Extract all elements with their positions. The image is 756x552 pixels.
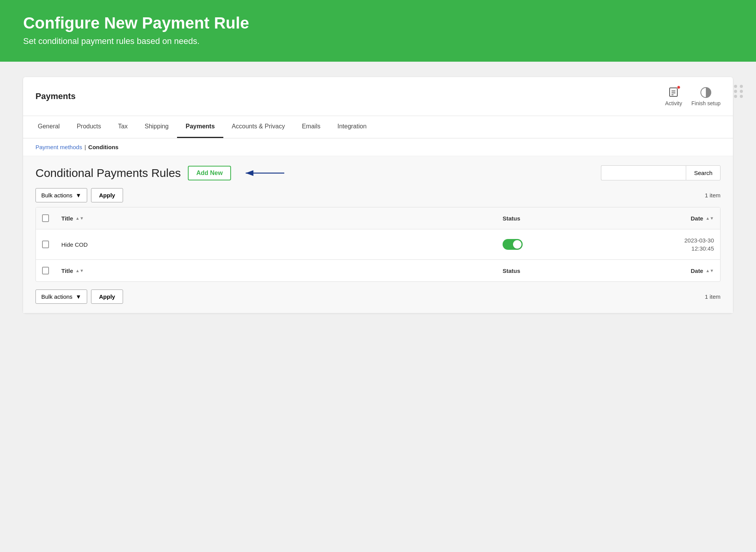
page-header: Configure New Payment Rule Set condition… (0, 0, 756, 62)
th-footer-date: Date ▲▼ (612, 261, 720, 281)
sub-nav-current: Conditions (88, 144, 118, 150)
th-date: Date ▲▼ (612, 208, 720, 229)
tab-payments[interactable]: Payments (177, 116, 223, 138)
rules-title-group: Conditional Payments Rules Add New (35, 166, 288, 180)
footer-select-all-checkbox[interactable] (42, 267, 49, 274)
bulk-actions-select-bottom[interactable]: Bulk actions ▼ (35, 289, 87, 304)
td-title-1: Hide COD (55, 234, 496, 255)
card-title: Payments (35, 91, 76, 101)
item-count-top: 1 item (705, 192, 721, 199)
main-content: Payments Activity (0, 62, 756, 328)
th-footer-title: Title ▲▼ (55, 261, 496, 281)
data-table: Title ▲▼ Status Date ▲▼ (35, 207, 721, 282)
select-all-checkbox[interactable] (42, 214, 49, 222)
footer-title-sort-icon[interactable]: ▲▼ (76, 268, 84, 273)
sub-nav-separator: | (84, 144, 86, 150)
card-header: Payments Activity (23, 77, 733, 116)
activity-button[interactable]: Activity (665, 86, 682, 106)
finish-setup-label: Finish setup (692, 100, 721, 106)
table-footer-header-row: Title ▲▼ Status Date ▲▼ (36, 260, 720, 281)
row-checkbox-1[interactable] (42, 241, 49, 248)
page-title: Configure New Payment Rule (23, 14, 733, 32)
search-group: Search (601, 165, 721, 180)
activity-notification-dot (677, 86, 680, 89)
add-new-button[interactable]: Add New (188, 166, 231, 180)
title-sort-icon[interactable]: ▲▼ (76, 216, 84, 220)
tab-products[interactable]: Products (68, 116, 110, 138)
apply-button-top[interactable]: Apply (91, 188, 123, 202)
date-sort-icon[interactable]: ▲▼ (705, 216, 714, 220)
bulk-actions-select-top[interactable]: Bulk actions ▼ (35, 188, 87, 202)
payments-card: Payments Activity (23, 77, 733, 313)
dot-6 (740, 95, 743, 98)
finish-setup-icon (700, 86, 712, 99)
arrow-decoration (242, 167, 288, 179)
card-header-actions: Activity Finish setup (665, 86, 721, 106)
search-button[interactable]: Search (686, 165, 721, 180)
dot-4 (740, 90, 743, 93)
tab-general[interactable]: General (29, 116, 68, 138)
bulk-actions-left-top: Bulk actions ▼ Apply (35, 188, 123, 202)
rules-top-row: Conditional Payments Rules Add New (35, 165, 721, 180)
dot-2 (740, 85, 743, 88)
tab-shipping[interactable]: Shipping (136, 116, 177, 138)
activity-icon (667, 86, 680, 99)
td-checkbox-1 (36, 234, 55, 255)
td-status-1 (496, 232, 612, 257)
tab-accounts-privacy[interactable]: Accounts & Privacy (223, 116, 294, 138)
chevron-down-icon-top: ▼ (76, 192, 81, 199)
th-checkbox (36, 207, 55, 229)
toggle-knob-1 (513, 240, 521, 249)
tab-tax[interactable]: Tax (110, 116, 136, 138)
table-row: Hide COD 2023-03-30 12:30:45 (36, 229, 720, 260)
tab-integration[interactable]: Integration (329, 116, 375, 138)
payment-methods-link[interactable]: Payment methods (35, 144, 82, 150)
item-count-bottom: 1 item (705, 293, 721, 300)
activity-label: Activity (665, 100, 682, 106)
bulk-actions-label-top: Bulk actions (41, 192, 73, 199)
rules-section: Conditional Payments Rules Add New (23, 156, 733, 313)
th-status: Status (496, 208, 612, 229)
dot-5 (734, 95, 737, 98)
table-header-row: Title ▲▼ Status Date ▲▼ (36, 207, 720, 229)
td-date-1: 2023-03-30 12:30:45 (612, 229, 720, 259)
th-footer-checkbox (36, 260, 55, 281)
search-input[interactable] (601, 165, 686, 180)
dots-decoration (734, 85, 744, 98)
tab-emails[interactable]: Emails (294, 116, 329, 138)
dot-1 (734, 85, 737, 88)
rules-title: Conditional Payments Rules (35, 167, 181, 180)
tabs-bar: General Products Tax Shipping Payments A… (23, 116, 733, 138)
footer-date-sort-icon[interactable]: ▲▼ (705, 268, 714, 273)
sub-nav: Payment methods | Conditions (23, 138, 733, 156)
page-subtitle: Set conditional payment rules based on n… (23, 36, 733, 46)
th-footer-status: Status (496, 261, 612, 281)
bulk-actions-top-row: Bulk actions ▼ Apply 1 item (35, 188, 721, 202)
bulk-actions-bottom-row: Bulk actions ▼ Apply 1 item (35, 289, 721, 304)
status-toggle-1[interactable] (503, 239, 523, 250)
chevron-down-icon-bottom: ▼ (76, 293, 81, 300)
bulk-actions-left-bottom: Bulk actions ▼ Apply (35, 289, 123, 304)
finish-setup-button[interactable]: Finish setup (692, 86, 721, 106)
dot-3 (734, 90, 737, 93)
th-title: Title ▲▼ (55, 208, 496, 229)
apply-button-bottom[interactable]: Apply (91, 289, 123, 304)
bulk-actions-label-bottom: Bulk actions (41, 293, 73, 300)
